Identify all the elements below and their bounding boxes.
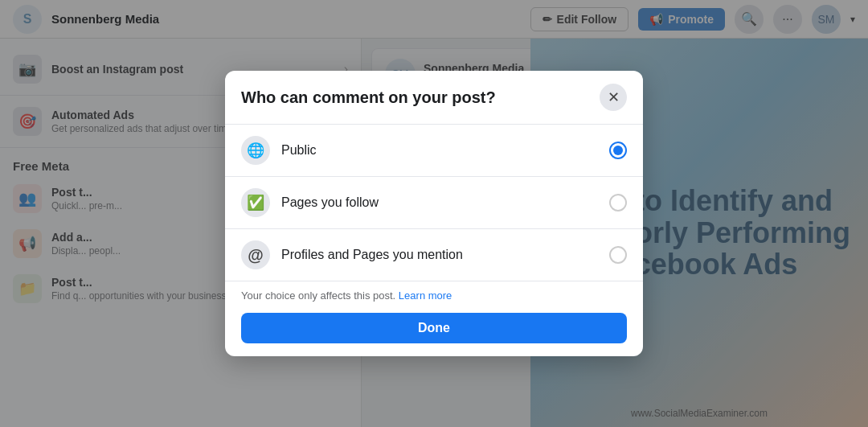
modal-footer: Your choice only affects this post. Lear… — [225, 281, 643, 356]
radio-pages-follow[interactable] — [609, 194, 627, 211]
modal-dialog: Who can comment on your post? ✕ 🌐 Public… — [225, 71, 643, 356]
radio-public[interactable] — [609, 142, 627, 159]
option-pages-follow[interactable]: ✅ Pages you follow — [225, 177, 643, 229]
modal-header: Who can comment on your post? ✕ — [225, 71, 643, 125]
modal-close-button[interactable]: ✕ — [600, 84, 627, 111]
footer-note: Your choice only affects this post. Lear… — [241, 289, 627, 302]
done-button[interactable]: Done — [241, 313, 627, 343]
option-pages-follow-label: Pages you follow — [281, 195, 598, 210]
close-icon: ✕ — [608, 88, 620, 106]
modal-body: 🌐 Public ✅ Pages you follow @ Profiles a… — [225, 125, 643, 281]
modal-title: Who can comment on your post? — [241, 88, 496, 107]
modal-overlay[interactable]: Who can comment on your post? ✕ 🌐 Public… — [0, 0, 868, 427]
option-profiles-pages-label: Profiles and Pages you mention — [281, 248, 598, 262]
radio-profiles-pages[interactable] — [609, 246, 627, 264]
option-public[interactable]: 🌐 Public — [225, 125, 643, 177]
pages-follow-icon: ✅ — [241, 188, 270, 217]
learn-more-link[interactable]: Learn more — [399, 289, 452, 302]
option-public-label: Public — [281, 143, 598, 158]
option-profiles-pages[interactable]: @ Profiles and Pages you mention — [225, 229, 643, 281]
public-icon: 🌐 — [241, 136, 270, 165]
profiles-pages-icon: @ — [241, 240, 270, 269]
